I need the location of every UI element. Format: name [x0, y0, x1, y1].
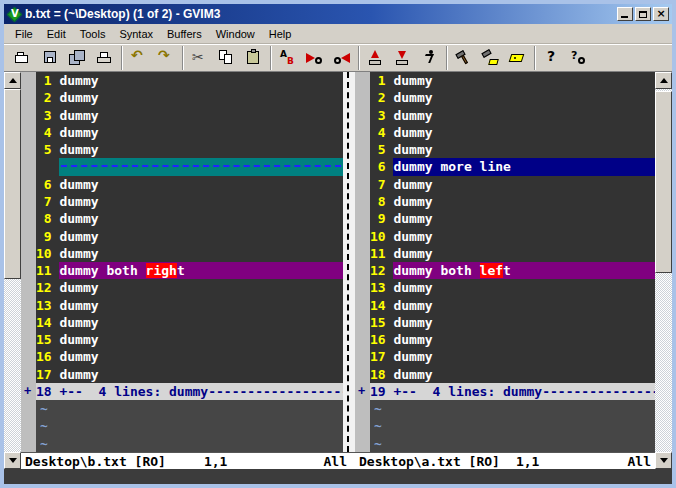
open-file-button[interactable] [11, 46, 36, 70]
buffer-line[interactable]: 7dummy [370, 176, 655, 193]
vertical-split-separator[interactable] [343, 72, 355, 452]
menu-edit[interactable]: Edit [40, 26, 73, 42]
print-button[interactable] [92, 46, 117, 70]
find-prev-button[interactable] [329, 46, 354, 70]
buffer-line[interactable]: 1dummy [36, 72, 343, 89]
scroll-down-button[interactable] [655, 452, 672, 469]
buffer-line[interactable]: 9dummy [370, 210, 655, 227]
tilde-marker: ~ [36, 436, 48, 451]
buffer-line[interactable]: 3dummy [370, 107, 655, 124]
left-fold-column[interactable]: + [21, 72, 36, 452]
fold-open-marker[interactable]: + [24, 384, 31, 398]
buffer-line[interactable]: 11dummy both right [36, 262, 343, 279]
jump-to-tag-button[interactable] [505, 46, 530, 70]
find-replace-button[interactable] [275, 46, 300, 70]
minimize-button[interactable] [617, 7, 633, 21]
line-text: dummy [393, 227, 655, 244]
scroll-up-button[interactable] [4, 72, 21, 89]
tilde-line: ~ [36, 400, 343, 417]
buffer-line[interactable]: 4dummy [36, 124, 343, 141]
line-number: 9 [370, 211, 393, 226]
save-session-button[interactable] [390, 46, 415, 70]
cut-button[interactable] [187, 46, 212, 70]
buffer-line[interactable]: 9dummy [36, 227, 343, 244]
buffer-line[interactable]: 1dummy [370, 72, 655, 89]
build-tags-button[interactable] [478, 46, 503, 70]
scrollbar-thumb[interactable] [655, 91, 672, 273]
line-text: dummy [393, 193, 655, 210]
save-file-button[interactable] [38, 46, 63, 70]
run-script-button[interactable] [417, 46, 442, 70]
fold-line[interactable]: 19+-- 4 lines: dummy--------------------… [370, 383, 655, 400]
line-number: 8 [370, 194, 393, 209]
right-fold-column[interactable]: + [355, 72, 370, 452]
buffer-line[interactable]: 14dummy [370, 296, 655, 313]
menu-window[interactable]: Window [209, 26, 262, 42]
find-help-button[interactable] [566, 46, 591, 70]
buffer-line[interactable]: 2dummy [370, 89, 655, 106]
scroll-up-button[interactable] [655, 72, 672, 89]
buffer-line[interactable]: 11dummy [370, 245, 655, 262]
buffer-line[interactable]: 16dummy [370, 331, 655, 348]
title-bar[interactable]: b.txt = (~\Desktop) (1 of 2) - GVIM3 × [4, 4, 672, 24]
menu-file[interactable]: File [8, 26, 40, 42]
menu-syntax[interactable]: Syntax [112, 26, 160, 42]
fold-open-marker[interactable]: + [358, 384, 365, 398]
right-editor-pane[interactable]: + 1dummy2dummy3dummy4dummy5dummy6dummy m… [355, 72, 655, 452]
buffer-line[interactable]: 15dummy [36, 331, 343, 348]
help-button[interactable] [539, 46, 564, 70]
scroll-down-button[interactable] [4, 452, 21, 469]
buffer-line[interactable]: 2dummy [36, 89, 343, 106]
buffer-line[interactable]: 12dummy both left [370, 262, 655, 279]
scrollbar-track[interactable] [4, 89, 21, 452]
command-line[interactable] [4, 469, 672, 484]
buffer-line[interactable]: 14dummy [36, 314, 343, 331]
menu-help[interactable]: Help [262, 26, 299, 42]
buffer-line[interactable]: 17dummy [370, 348, 655, 365]
line-number: 1 [36, 73, 59, 88]
buffer-line[interactable]: 16dummy [36, 348, 343, 365]
buffer-line[interactable]: 8dummy [370, 193, 655, 210]
paste-button[interactable] [241, 46, 266, 70]
redo-button[interactable] [153, 46, 178, 70]
buffer-line[interactable]: 10dummy [370, 227, 655, 244]
buffer-line[interactable]: 5dummy [370, 141, 655, 158]
arrow-down-icon [9, 458, 17, 463]
scrollbar-track[interactable] [655, 89, 672, 452]
buffer-line[interactable]: 7dummy [36, 193, 343, 210]
buffer-line[interactable]: 5dummy [36, 141, 343, 158]
diff-text-highlight: lef [480, 263, 503, 278]
find-next-button[interactable] [302, 46, 327, 70]
buffer-line[interactable]: 4dummy [370, 124, 655, 141]
buffer-line[interactable]: 15dummy [370, 314, 655, 331]
buffer-line[interactable]: 6dummy [36, 176, 343, 193]
menu-bar: FileEditToolsSyntaxBuffersWindowHelp [4, 24, 672, 44]
menu-buffers[interactable]: Buffers [160, 26, 209, 42]
left-scrollbar[interactable] [4, 72, 21, 469]
undo-button[interactable] [126, 46, 151, 70]
toolbar-group [534, 46, 595, 70]
tilde-line: ~ [370, 435, 655, 452]
make-button[interactable] [451, 46, 476, 70]
buffer-line[interactable]: 18dummy [370, 366, 655, 383]
left-editor-pane[interactable]: + 1dummy2dummy3dummy4dummy5dummy6dummy7d… [21, 72, 343, 452]
right-scrollbar[interactable] [655, 72, 672, 469]
close-button[interactable]: × [653, 7, 669, 21]
save-all-button[interactable] [65, 46, 90, 70]
buffer-line[interactable]: 6dummy more line [370, 158, 655, 175]
buffer-line[interactable]: 13dummy [370, 279, 655, 296]
buffer-line[interactable]: 12dummy [36, 279, 343, 296]
buffer-line[interactable]: 8dummy [36, 210, 343, 227]
copy-button[interactable] [214, 46, 239, 70]
buffer-line[interactable]: 10dummy [36, 245, 343, 262]
buffer-line[interactable]: 13dummy [36, 296, 343, 313]
buffer-line[interactable]: 17dummy [36, 366, 343, 383]
menu-tools[interactable]: Tools [73, 26, 113, 42]
save-file-icon [42, 49, 59, 66]
fold-line[interactable]: 18+-- 4 lines: dummy--------------------… [36, 383, 343, 400]
line-text: dummy [59, 141, 343, 158]
buffer-line[interactable]: 3dummy [36, 107, 343, 124]
load-session-button[interactable] [363, 46, 388, 70]
scrollbar-thumb[interactable] [4, 89, 21, 279]
maximize-button[interactable] [635, 7, 651, 21]
